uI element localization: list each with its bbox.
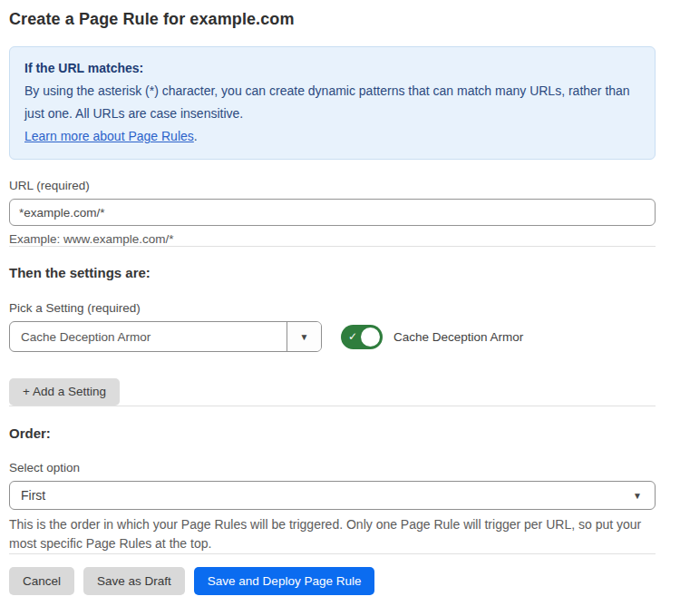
cancel-button[interactable]: Cancel	[9, 567, 74, 595]
setting-toggle[interactable]: ✓	[341, 325, 383, 349]
setting-select-value: Cache Deception Armor	[10, 322, 287, 351]
settings-section-heading: Then the settings are:	[9, 265, 656, 280]
learn-more-link[interactable]: Learn more about Page Rules	[24, 129, 194, 143]
page-title: Create a Page Rule for example.com	[9, 10, 656, 29]
url-field-label: URL (required)	[9, 179, 656, 192]
info-box-body: By using the asterisk (*) character, you…	[24, 80, 640, 125]
add-setting-button[interactable]: + Add a Setting	[9, 378, 120, 406]
footer-actions: Cancel Save as Draft Save and Deploy Pag…	[9, 567, 656, 595]
url-match-info-box: If the URL matches: By using the asteris…	[9, 46, 656, 160]
divider	[9, 246, 656, 247]
setting-toggle-label: Cache Deception Armor	[393, 330, 523, 344]
chevron-down-icon: ▼	[633, 491, 642, 501]
order-select[interactable]: First ▼	[9, 481, 656, 510]
check-icon: ✓	[348, 331, 357, 342]
info-box-heading: If the URL matches:	[24, 57, 640, 80]
setting-row: Cache Deception Armor ▼ ✓ Cache Deceptio…	[9, 321, 656, 352]
save-and-deploy-button[interactable]: Save and Deploy Page Rule	[194, 567, 375, 595]
url-helper-text: Example: www.example.com/*	[9, 232, 656, 246]
link-period: .	[194, 129, 198, 143]
order-helper-text: This is the order in which your Page Rul…	[9, 515, 644, 553]
divider	[9, 406, 656, 406]
toggle-knob	[361, 328, 380, 347]
order-select-label: Select option	[9, 461, 656, 474]
divider	[9, 553, 656, 554]
info-box-link-line: Learn more about Page Rules.	[24, 125, 640, 148]
create-page-rule-form: Create a Page Rule for example.com If th…	[0, 0, 680, 616]
url-input[interactable]	[9, 199, 656, 226]
setting-select-arrow-segment[interactable]: ▼	[287, 322, 321, 351]
setting-select[interactable]: Cache Deception Armor ▼	[9, 321, 322, 352]
order-section-heading: Order:	[9, 425, 656, 441]
chevron-down-icon: ▼	[300, 332, 309, 342]
save-as-draft-button[interactable]: Save as Draft	[83, 567, 185, 595]
pick-setting-label: Pick a Setting (required)	[9, 301, 656, 315]
order-select-value: First	[21, 488, 45, 503]
